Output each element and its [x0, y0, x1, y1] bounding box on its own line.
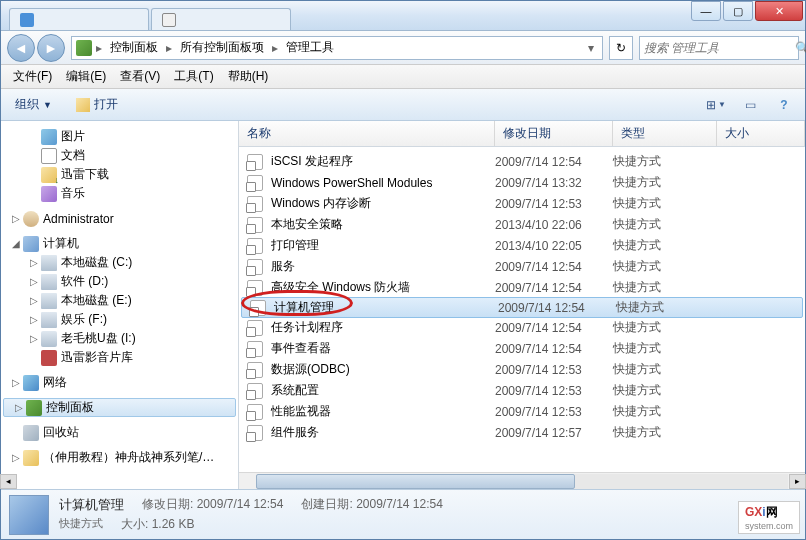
file-row[interactable]: 事件查看器2009/7/14 12:54快捷方式 — [239, 338, 805, 359]
refresh-button[interactable]: ↻ — [609, 36, 633, 60]
tree-item-15[interactable]: ▷（伸用教程）神舟战神系列笔/… — [1, 448, 238, 467]
tree-icon — [41, 331, 57, 347]
expander-icon[interactable]: ▷ — [9, 213, 23, 224]
tree-icon — [41, 167, 57, 183]
expander-icon[interactable]: ▷ — [27, 314, 41, 325]
tree-item-12[interactable]: ▷网络 — [1, 373, 238, 392]
horizontal-scrollbar[interactable]: ◂ ▸ — [239, 472, 805, 489]
expander-icon[interactable]: ▷ — [27, 295, 41, 306]
breadcrumb[interactable]: ▸ 控制面板 ▸ 所有控制面板项 ▸ 管理工具 ▾ — [71, 36, 603, 60]
search-input[interactable] — [644, 41, 795, 55]
file-row[interactable]: Windows PowerShell Modules2009/7/14 13:3… — [239, 172, 805, 193]
column-size[interactable]: 大小 — [717, 121, 805, 146]
breadcrumb-item-1[interactable]: 所有控制面板项 — [176, 37, 268, 58]
tree-item-7[interactable]: ▷软件 (D:) — [1, 272, 238, 291]
tree-item-8[interactable]: ▷本地磁盘 (E:) — [1, 291, 238, 310]
tree-item-2[interactable]: 迅雷下载 — [1, 165, 238, 184]
titlebar: — ▢ ✕ — [1, 1, 805, 31]
preview-pane-button[interactable]: ▭ — [737, 94, 763, 116]
organize-button[interactable]: 组织▼ — [9, 93, 58, 116]
minimize-button[interactable]: — — [691, 1, 721, 21]
search-icon[interactable]: 🔍 — [795, 40, 806, 56]
file-row[interactable]: 本地安全策略2013/4/10 22:06快捷方式 — [239, 214, 805, 235]
dropdown-history-icon[interactable]: ▾ — [588, 41, 598, 55]
tree-item-5[interactable]: ◢计算机 — [1, 234, 238, 253]
nav-forward-button[interactable]: ► — [37, 34, 65, 62]
menu-tools[interactable]: 工具(T) — [168, 66, 219, 87]
chevron-down-icon: ▼ — [43, 100, 52, 110]
shortcut-icon — [247, 238, 263, 254]
sidebar-tree[interactable]: 图片文档迅雷下载音乐▷Administrator◢计算机▷本地磁盘 (C:)▷软… — [1, 121, 239, 489]
tree-item-3[interactable]: 音乐 — [1, 184, 238, 203]
expander-icon[interactable]: ▷ — [27, 257, 41, 268]
browser-tab-1[interactable] — [151, 8, 291, 30]
expander-icon[interactable]: ▷ — [12, 402, 26, 413]
nav-back-button[interactable]: ◄ — [7, 34, 35, 62]
search-box[interactable]: 🔍 — [639, 36, 799, 60]
menu-edit[interactable]: 编辑(E) — [60, 66, 112, 87]
expander-icon[interactable]: ▷ — [27, 333, 41, 344]
file-row[interactable]: 高级安全 Windows 防火墙2009/7/14 12:54快捷方式 — [239, 277, 805, 298]
tree-item-6[interactable]: ▷本地磁盘 (C:) — [1, 253, 238, 272]
expander-icon[interactable]: ▷ — [9, 452, 23, 463]
file-type: 快捷方式 — [613, 237, 717, 254]
tree-item-9[interactable]: ▷娱乐 (F:) — [1, 310, 238, 329]
file-row[interactable]: 计算机管理2009/7/14 12:54快捷方式 — [241, 297, 803, 318]
file-row[interactable]: 系统配置2009/7/14 12:53快捷方式 — [239, 380, 805, 401]
watermark: GXi网 system.com — [738, 501, 800, 534]
tree-item-4[interactable]: ▷Administrator — [1, 209, 238, 228]
scroll-right-icon[interactable]: ▸ — [789, 474, 805, 489]
maximize-button[interactable]: ▢ — [723, 1, 753, 21]
menu-file[interactable]: 文件(F) — [7, 66, 58, 87]
file-row[interactable]: iSCSI 发起程序2009/7/14 12:54快捷方式 — [239, 151, 805, 172]
file-name: 打印管理 — [271, 237, 319, 254]
file-date: 2009/7/14 12:54 — [498, 301, 616, 315]
breadcrumb-item-2[interactable]: 管理工具 — [282, 37, 338, 58]
location-icon — [76, 40, 92, 56]
column-type[interactable]: 类型 — [613, 121, 717, 146]
file-date: 2013/4/10 22:05 — [495, 239, 613, 253]
column-name[interactable]: 名称 — [239, 121, 495, 146]
view-mode-button[interactable]: ⊞▼ — [703, 94, 729, 116]
scrollbar-thumb[interactable] — [256, 474, 575, 489]
tree-item-14[interactable]: 回收站 — [1, 423, 238, 442]
expander-icon[interactable]: ▷ — [27, 276, 41, 287]
chevron-right-icon[interactable]: ▸ — [164, 41, 174, 55]
expander-icon[interactable]: ▷ — [9, 377, 23, 388]
file-row[interactable]: 打印管理2013/4/10 22:05快捷方式 — [239, 235, 805, 256]
chevron-right-icon[interactable]: ▸ — [270, 41, 280, 55]
tree-item-13[interactable]: ▷控制面板 — [3, 398, 236, 417]
tree-item-1[interactable]: 文档 — [1, 146, 238, 165]
expander-icon[interactable]: ◢ — [9, 238, 23, 249]
menu-view[interactable]: 查看(V) — [114, 66, 166, 87]
menu-help[interactable]: 帮助(H) — [222, 66, 275, 87]
close-button[interactable]: ✕ — [755, 1, 803, 21]
file-row[interactable]: 数据源(ODBC)2009/7/14 12:53快捷方式 — [239, 359, 805, 380]
file-date: 2009/7/14 12:53 — [495, 405, 613, 419]
tree-label: 文档 — [61, 147, 85, 164]
file-row[interactable]: 组件服务2009/7/14 12:57快捷方式 — [239, 422, 805, 443]
file-row[interactable]: 任务计划程序2009/7/14 12:54快捷方式 — [239, 317, 805, 338]
file-row[interactable]: Windows 内存诊断2009/7/14 12:53快捷方式 — [239, 193, 805, 214]
file-list[interactable]: iSCSI 发起程序2009/7/14 12:54快捷方式Windows Pow… — [239, 147, 805, 472]
file-row[interactable]: 服务2009/7/14 12:54快捷方式 — [239, 256, 805, 277]
tree-icon — [41, 274, 57, 290]
breadcrumb-item-0[interactable]: 控制面板 — [106, 37, 162, 58]
browser-tab-0[interactable] — [9, 8, 149, 30]
file-name: 计算机管理 — [274, 299, 334, 316]
file-type: 快捷方式 — [613, 258, 717, 275]
tree-item-0[interactable]: 图片 — [1, 127, 238, 146]
file-name: Windows 内存诊断 — [271, 195, 371, 212]
status-bar: 计算机管理 修改日期: 2009/7/14 12:54 创建日期: 2009/7… — [1, 489, 805, 539]
tree-item-10[interactable]: ▷老毛桃U盘 (I:) — [1, 329, 238, 348]
column-date[interactable]: 修改日期 — [495, 121, 613, 146]
tree-icon — [23, 375, 39, 391]
chevron-right-icon[interactable]: ▸ — [94, 41, 104, 55]
tree-label: 本地磁盘 (C:) — [61, 254, 132, 271]
file-type: 快捷方式 — [613, 403, 717, 420]
tree-item-11[interactable]: 迅雷影音片库 — [1, 348, 238, 367]
file-row[interactable]: 性能监视器2009/7/14 12:53快捷方式 — [239, 401, 805, 422]
open-button[interactable]: 打开 — [70, 93, 124, 116]
file-type: 快捷方式 — [613, 319, 717, 336]
help-button[interactable]: ? — [771, 94, 797, 116]
